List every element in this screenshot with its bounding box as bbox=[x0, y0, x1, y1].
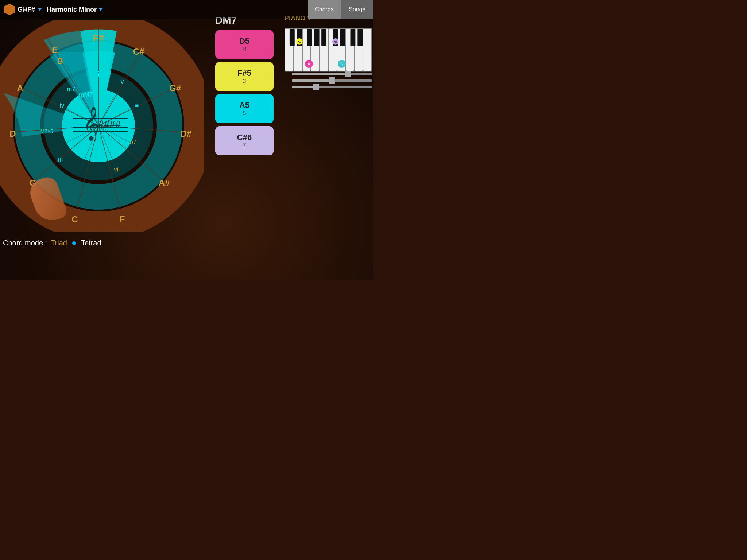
top-bar: G♭/F# Harmonic Minor Chords Songs bbox=[0, 0, 374, 19]
svg-text:A#: A# bbox=[159, 178, 170, 188]
note-name-d5: D5 bbox=[239, 36, 249, 46]
svg-text:####: #### bbox=[98, 118, 121, 130]
svg-text:mM7: mM7 bbox=[79, 91, 93, 98]
white-key-5[interactable] bbox=[320, 28, 328, 71]
chord-mode-bar: Chord mode : Triad Tetrad bbox=[0, 239, 101, 247]
svg-text:v: v bbox=[121, 78, 124, 85]
chord-panel: DM7 D5 R F#5 3 A5 5 C#6 7 bbox=[215, 15, 281, 158]
slider-row-2 bbox=[292, 79, 374, 82]
key-label: G♭/F# bbox=[18, 5, 35, 13]
svg-text:𝄞: 𝄞 bbox=[83, 107, 100, 142]
slider-thumb-1[interactable] bbox=[345, 71, 351, 77]
svg-text:M7#5: M7#5 bbox=[40, 128, 53, 134]
piano-section: PIANO 1 bbox=[285, 15, 374, 117]
white-key-9[interactable] bbox=[354, 28, 363, 71]
slider-row-1 bbox=[292, 73, 374, 75]
svg-text:C#: C# bbox=[133, 47, 144, 57]
circle-svg: F# C# G# D# A# F C G D A E B i v ≡ o7 vi… bbox=[0, 20, 204, 232]
note-name-cs6: C#6 bbox=[237, 133, 252, 142]
svg-text:m7: m7 bbox=[67, 86, 75, 92]
slider-thumb-2[interactable] bbox=[329, 77, 335, 84]
songs-button[interactable]: Songs bbox=[341, 0, 374, 19]
svg-text:o7: o7 bbox=[130, 139, 137, 145]
svg-text:F: F bbox=[120, 214, 125, 224]
note-role-cs6: 7 bbox=[243, 142, 246, 149]
svg-text:iv: iv bbox=[60, 102, 65, 109]
svg-text:G#: G# bbox=[169, 83, 181, 93]
circle-of-fifths: F# C# G# D# A# F C G D A E B i v ≡ o7 vi… bbox=[0, 20, 204, 232]
svg-text:vii: vii bbox=[114, 166, 120, 173]
slider-thumb-3[interactable] bbox=[313, 84, 319, 90]
svg-text:≡: ≡ bbox=[135, 102, 139, 109]
sliders-area bbox=[292, 73, 374, 88]
slider-track-1 bbox=[292, 73, 372, 75]
slider-track-3 bbox=[292, 86, 372, 88]
slider-fill-1 bbox=[292, 73, 348, 75]
svg-text:D: D bbox=[9, 129, 16, 139]
svg-text:i: i bbox=[97, 70, 100, 78]
slider-fill-2 bbox=[292, 79, 332, 82]
piano-keyboard: F# C# D A bbox=[285, 28, 372, 72]
white-key-10[interactable] bbox=[363, 28, 372, 71]
white-key-8[interactable] bbox=[346, 28, 355, 71]
chords-button[interactable]: Chords bbox=[308, 0, 341, 19]
tetrad-dot bbox=[72, 241, 76, 245]
note-role-a5: 5 bbox=[243, 110, 246, 117]
note-dot-a: A bbox=[338, 60, 346, 68]
white-key-1[interactable] bbox=[285, 28, 294, 71]
note-card-cs6[interactable]: C#6 7 bbox=[215, 126, 274, 155]
white-key-6[interactable] bbox=[328, 28, 337, 71]
slider-row-3 bbox=[292, 86, 374, 88]
svg-text:E: E bbox=[52, 45, 58, 55]
key-dropdown-icon bbox=[38, 8, 42, 11]
svg-text:A: A bbox=[17, 83, 23, 93]
svg-text:III: III bbox=[57, 156, 63, 164]
svg-text:F#: F# bbox=[93, 32, 104, 43]
hex-icon bbox=[4, 4, 15, 15]
slider-track-2 bbox=[292, 79, 372, 82]
svg-text:B: B bbox=[57, 57, 63, 66]
white-key-2[interactable] bbox=[294, 28, 302, 71]
note-card-d5[interactable]: D5 R bbox=[215, 30, 274, 59]
scale-dropdown-icon bbox=[99, 8, 102, 11]
triad-option[interactable]: Triad bbox=[51, 239, 67, 247]
svg-text:C: C bbox=[71, 214, 78, 224]
tetrad-option[interactable]: Tetrad bbox=[81, 239, 101, 247]
slider-fill-3 bbox=[292, 86, 316, 88]
note-role-d5: R bbox=[242, 46, 247, 52]
key-selector[interactable]: G♭/F# bbox=[4, 4, 42, 15]
note-name-a5: A5 bbox=[239, 101, 249, 110]
note-name-fs5: F#5 bbox=[237, 69, 251, 78]
top-right-buttons: Chords Songs bbox=[308, 0, 374, 19]
note-role-fs5: 3 bbox=[243, 78, 246, 85]
note-card-fs5[interactable]: F#5 3 bbox=[215, 62, 274, 91]
chord-mode-label: Chord mode : bbox=[3, 239, 47, 247]
svg-text:D#: D# bbox=[181, 129, 192, 139]
scale-label: Harmonic Minor bbox=[47, 6, 97, 13]
note-card-a5[interactable]: A5 5 bbox=[215, 94, 274, 123]
note-dot-d: D bbox=[305, 60, 313, 68]
